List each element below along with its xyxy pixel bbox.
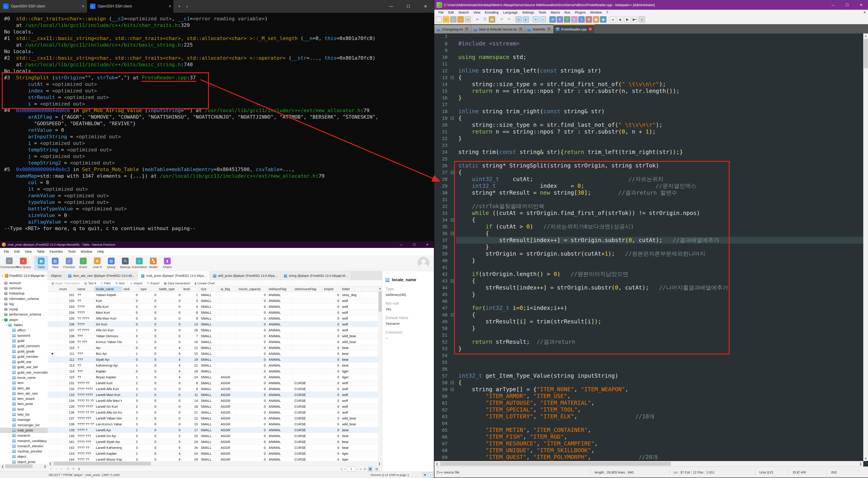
row-selector[interactable] [48,386,58,392]
cell-locale_name[interactable]: Lanetli Siyah Ayı [94,439,122,445]
menu-plugins[interactable]: Plugins [573,11,588,14]
column-header-size[interactable]: size [199,286,219,292]
cell-size[interactable]: SMALL [199,439,219,445]
cell-empire[interactable]: 0 [323,410,341,415]
tree-item-common[interactable]: common [0,285,48,291]
cell-type[interactable]: 0 [139,345,158,351]
cell-setImmuneFlag[interactable]: CURSE [293,427,323,433]
cell-rank[interactable]: 0 [122,357,139,362]
cell-locale_name[interactable]: Lanetli Kaplan [94,451,122,456]
cell-setImmuneFlag[interactable]: CURSE [293,415,323,421]
cell-folder[interactable]: wolf [341,392,362,397]
row-selector[interactable] [48,421,58,427]
row-selector[interactable] [48,369,58,374]
cell-level[interactable]: 12 [182,415,199,421]
cell-level[interactable]: 15 [182,351,199,356]
cell-folder[interactable]: wild_boar [341,333,362,339]
cell-rank[interactable]: 3 [122,410,139,415]
toolbar-event-button[interactable]: ◔Event [76,256,90,270]
terminal-tab-1-close-icon[interactable]: ✕ [82,4,85,8]
monitoring-icon[interactable]: ◉ [600,16,607,23]
cell-folder[interactable]: wolf [341,321,362,327]
cell-type[interactable]: 0 [139,439,158,445]
cell-mount_capacity[interactable]: 0 [237,292,267,298]
cell-type[interactable]: 0 [139,292,158,298]
zoom-in-icon[interactable]: ＋ [532,16,539,23]
cell-ai_flag[interactable] [219,316,237,321]
cell-locale_name[interactable]: Alfa Gri Kurt [94,327,122,333]
cell-size[interactable]: SMALL [199,392,219,397]
cell-size[interactable]: SMALL [199,369,219,374]
cell-rank[interactable]: 0 [122,316,139,321]
row-selector[interactable] [48,321,58,327]
cell-empire[interactable]: 0 [323,398,341,404]
table-row[interactable]: 139???? ?Lanetli Ayı20017SMALLAGGR0ANIMA… [48,427,378,433]
cell-folder[interactable]: wolf [341,304,362,309]
cell-size[interactable]: SMALL [199,433,219,439]
cell-setImmuneFlag[interactable] [293,362,323,368]
print-icon[interactable]: ▭ [465,16,471,23]
cell-name[interactable]: ?? ??? [76,339,94,345]
cell-folder[interactable]: wolf [341,410,362,415]
column-header-vnum[interactable]: vnum [58,286,76,292]
table-toolbar-create-chart[interactable]: ▮Create Chart [193,282,217,285]
row-selector[interactable] [48,439,58,445]
cell-name[interactable]: ?? [76,292,94,298]
cell-size[interactable]: SMALL [199,327,219,333]
cell-type[interactable]: 0 [139,404,158,409]
cell-setImmuneFlag[interactable]: CURSE [293,421,323,427]
row-selector[interactable] [48,304,58,309]
cell-ai_flag[interactable] [219,351,237,356]
tree-item-guild_war[interactable]: guild_war [0,359,48,364]
status-editor-icon[interactable]: I [428,473,433,477]
cell-type[interactable]: 0 [139,362,158,368]
cell-rank[interactable]: 2 [122,415,139,421]
cell-vnum[interactable]: 141 [58,439,76,445]
fold-collapse-icon[interactable]: − [451,171,454,174]
cell-ai_flag[interactable] [219,292,237,298]
row-selector[interactable] [48,333,58,339]
cell-folder[interactable]: wolf [341,404,362,409]
cell-type[interactable]: 0 [139,304,158,309]
cell-setImmuneFlag[interactable]: CURSE [293,380,323,386]
terminal-tab-dropdown-icon[interactable]: v [187,5,188,8]
macro-record-icon[interactable]: ● [610,16,616,23]
zoom-out-icon[interactable]: − [540,16,546,23]
tree-item-marriage[interactable]: marriage [0,417,48,422]
toolbar-connection-button[interactable]: ⌁Connection ▾ [2,256,16,270]
cell-mount_capacity[interactable]: 0 [237,339,267,345]
table-row[interactable]: 113??Kahverengi Ayı10421SMALL0ANIMAL0bea… [48,362,378,369]
page-number-input[interactable]: 1 [347,467,355,471]
cell-size[interactable]: SMALL [199,380,219,386]
grid-hscroll-thumb[interactable] [54,462,151,465]
tree-item-monarch_candidacy[interactable]: monarch_candidacy [0,438,48,443]
tab-close-icon[interactable]: ✕ [547,27,551,31]
cell-type[interactable]: 0 [139,433,158,439]
cell-vnum[interactable]: 140 [58,433,76,439]
cell-locale_name[interactable]: Lanetli Alfa Gri Kurt [94,410,122,415]
table-row[interactable]: 136???? ?? ????Lanetli Alfa Gri Kurt3002… [48,410,378,415]
tree-item-item_proto[interactable]: item_proto [0,402,48,407]
cell-locale_name[interactable]: Kırmızı Yaban Domuzu [94,339,122,345]
cell-folder[interactable]: bear [341,445,362,450]
terminal-output[interactable]: #0 std::char_traits<char>::assign (__c2=… [0,13,434,242]
cell-setRaceFlag[interactable]: ANIMAL [267,304,293,309]
cell-setImmuneFlag[interactable] [293,351,323,356]
cell-size[interactable]: SMALL [199,333,219,339]
macro-save-icon[interactable]: ▶▪ [631,16,638,23]
cell-setImmuneFlag[interactable] [293,298,323,304]
table-row[interactable]: 102??Kurt0003SMALL0ANIMAL0wolf [48,298,378,304]
cell-battle_type[interactable]: 0 [158,398,182,404]
cell-battle_type[interactable]: 0 [158,304,182,309]
cell-ai_flag[interactable]: AGGR [219,421,237,427]
status-insert-mode[interactable]: INS [831,470,837,474]
fold-collapse-icon[interactable]: − [451,76,454,79]
tab-close-icon[interactable]: ✕ [465,27,469,31]
menu-edit[interactable]: Edit [446,11,456,14]
doc-tab-skill_proto[interactable]: skill_proto @player (FreeBSD 13.0 Altya.… [210,271,281,280]
cell-name[interactable]: ???? ? [76,427,94,433]
cell-mount_capacity[interactable]: 0 [237,421,267,427]
column-header-mount_capacity[interactable]: mount_capacity [237,286,267,292]
fold-collapse-icon[interactable]: − [451,388,454,391]
cell-ai_flag[interactable]: AGGR [219,380,237,386]
